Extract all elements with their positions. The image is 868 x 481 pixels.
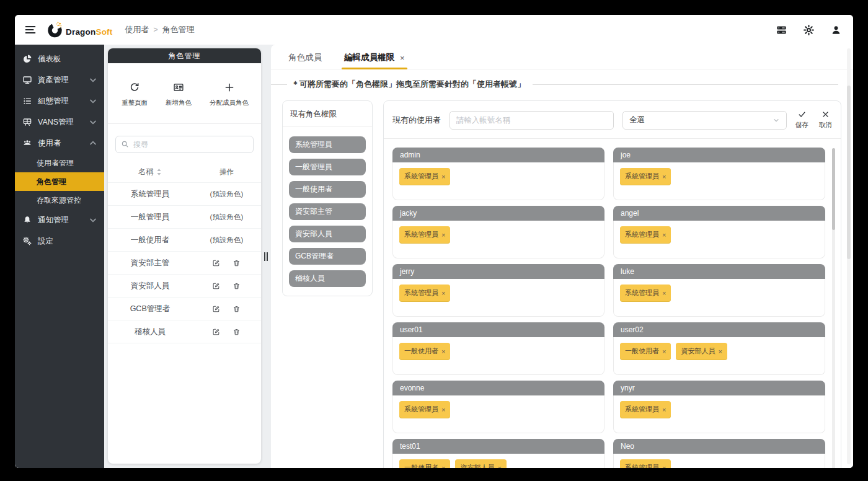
- delete-role-button[interactable]: [232, 259, 241, 267]
- edit-role-button[interactable]: [212, 328, 220, 336]
- role-chip[interactable]: 資安部人員: [289, 226, 366, 242]
- refresh-icon: [129, 82, 140, 93]
- edit-role-button[interactable]: [212, 282, 220, 290]
- role-tag[interactable]: 系統管理員×: [399, 401, 450, 418]
- role-tag[interactable]: 系統管理員×: [620, 459, 671, 468]
- remove-tag-icon[interactable]: ×: [441, 406, 445, 413]
- edit-role-button[interactable]: [212, 259, 220, 267]
- role-tag[interactable]: 系統管理員×: [620, 401, 671, 418]
- delete-role-button[interactable]: [232, 328, 241, 336]
- panel-splitter[interactable]: [261, 45, 271, 468]
- role-tag[interactable]: 一般使用者×: [399, 459, 450, 468]
- sidebar-subitem-label: 使用者管理: [37, 158, 74, 169]
- assign-member-role-button[interactable]: 分配成員角色: [210, 82, 249, 107]
- role-chip[interactable]: 資安部主管: [289, 203, 366, 220]
- panel-scrollbar-thumb[interactable]: [847, 86, 851, 259]
- dragonsoft-logo[interactable]: DragonSoft: [47, 21, 113, 38]
- remove-tag-icon[interactable]: ×: [441, 348, 445, 355]
- remove-tag-icon[interactable]: ×: [662, 464, 666, 469]
- save-button[interactable]: 儲存: [795, 110, 808, 130]
- user-card: user01 一般使用者×: [392, 322, 604, 375]
- role-search-input[interactable]: [115, 136, 254, 153]
- add-role-button[interactable]: 新增角色: [166, 82, 192, 107]
- remove-tag-icon[interactable]: ×: [441, 289, 445, 297]
- role-tag[interactable]: 資安部人員×: [455, 459, 506, 468]
- tab-role-members[interactable]: 角色成員: [288, 52, 322, 69]
- users-panel: 現有的使用者 全選 儲存: [383, 100, 841, 468]
- sidebar-item-users[interactable]: 使用者: [15, 133, 104, 154]
- user-card-tags: 系統管理員×: [392, 395, 604, 433]
- user-cards-grid: admin 系統管理員× joe 系統管理員× jack: [384, 139, 841, 468]
- refresh-page-button[interactable]: 重整頁面: [122, 82, 148, 107]
- sidebar-item-dashboard[interactable]: 儀表板: [15, 48, 104, 69]
- user-card-tags: 系統管理員×: [613, 395, 825, 433]
- sidebar-item-label: 設定: [38, 236, 53, 247]
- role-tag[interactable]: 資安部人員×: [676, 343, 727, 360]
- sidebar-subitem-access-control[interactable]: 存取來源管控: [15, 191, 104, 210]
- remove-tag-icon[interactable]: ×: [662, 231, 666, 239]
- sidebar-item-vans[interactable]: VANS管理: [15, 112, 104, 133]
- tab-edit-member-permissions[interactable]: 編輯成員權限 ×: [344, 52, 405, 69]
- role-tag[interactable]: 一般使用者×: [399, 343, 450, 360]
- gear-icon[interactable]: [803, 24, 815, 36]
- remove-tag-icon[interactable]: ×: [441, 173, 445, 180]
- role-chip[interactable]: GCB管理者: [289, 248, 366, 265]
- edit-role-button[interactable]: [212, 305, 220, 313]
- role-tag[interactable]: 系統管理員×: [399, 226, 450, 243]
- delete-role-button[interactable]: [232, 282, 241, 290]
- sidebar-item-assets[interactable]: 資產管理: [15, 69, 104, 90]
- sort-icon[interactable]: [156, 168, 162, 176]
- sidebar-item-settings[interactable]: 設定: [15, 231, 104, 252]
- x-icon: [822, 110, 830, 118]
- remove-tag-icon[interactable]: ×: [441, 464, 445, 469]
- role-name: 資安部人員: [108, 281, 192, 291]
- user-card-name: angel: [613, 206, 825, 221]
- sidebar-subitem-role-management[interactable]: 角色管理: [15, 172, 104, 191]
- user-profile-icon[interactable]: [830, 24, 842, 36]
- main-area: 儀表板 資產管理 組態管理 VANS管理 使用者 使用: [15, 45, 853, 468]
- splitter-handle-icon[interactable]: [264, 252, 268, 261]
- role-name: GCB管理者: [108, 304, 192, 314]
- user-card: user02 一般使用者× 資安部人員×: [613, 322, 825, 375]
- close-tab-icon[interactable]: ×: [400, 53, 405, 63]
- role-tag[interactable]: 系統管理員×: [620, 285, 671, 301]
- role-chip[interactable]: 稽核人員: [289, 270, 366, 287]
- cancel-button[interactable]: 取消: [819, 110, 832, 130]
- menu-icon[interactable]: [24, 23, 37, 37]
- remove-tag-icon[interactable]: ×: [662, 348, 666, 355]
- remove-tag-icon[interactable]: ×: [441, 231, 445, 239]
- users-scrollbar[interactable]: [832, 148, 835, 468]
- tab-bar: 角色成員 編輯成員權限 ×: [271, 45, 853, 69]
- server-stack-icon[interactable]: [776, 24, 787, 36]
- sidebar-subitem-label: 存取來源管控: [37, 195, 81, 206]
- role-tag-label: 系統管理員: [404, 172, 438, 181]
- role-chip[interactable]: 系統管理員: [289, 136, 366, 153]
- role-tag[interactable]: 系統管理員×: [620, 168, 671, 185]
- sidebar-subitem-user-management[interactable]: 使用者管理: [15, 154, 104, 172]
- role-tag[interactable]: 系統管理員×: [399, 168, 450, 185]
- search-icon: [121, 140, 129, 148]
- role-chip[interactable]: 一般使用者: [289, 181, 366, 198]
- account-search-input[interactable]: [450, 111, 614, 130]
- sidebar-item-config[interactable]: 組態管理: [15, 90, 104, 112]
- role-tag[interactable]: 系統管理員×: [399, 285, 450, 301]
- edit-icon: [212, 328, 220, 336]
- table-row: GCB管理者: [108, 298, 261, 320]
- select-all-dropdown[interactable]: 全選: [622, 111, 787, 130]
- remove-tag-icon[interactable]: ×: [497, 464, 501, 469]
- sidebar-item-notifications[interactable]: 通知管理: [15, 210, 104, 231]
- remove-tag-icon[interactable]: ×: [662, 289, 666, 297]
- remove-tag-icon[interactable]: ×: [718, 348, 722, 355]
- role-tag-label: 一般使用者: [625, 346, 659, 356]
- breadcrumb-item-users[interactable]: 使用者: [125, 24, 149, 35]
- remove-tag-icon[interactable]: ×: [662, 406, 666, 413]
- user-card-tags: 系統管理員×: [613, 454, 825, 468]
- role-tag[interactable]: 系統管理員×: [620, 226, 671, 243]
- brand-soft: Soft: [95, 27, 112, 37]
- users-scrollbar-thumb[interactable]: [832, 148, 835, 230]
- remove-tag-icon[interactable]: ×: [662, 173, 666, 180]
- delete-role-button[interactable]: [232, 305, 241, 313]
- role-tag[interactable]: 一般使用者×: [620, 343, 671, 360]
- panel-scrollbar[interactable]: [847, 48, 851, 464]
- role-chip[interactable]: 一般管理員: [289, 159, 366, 175]
